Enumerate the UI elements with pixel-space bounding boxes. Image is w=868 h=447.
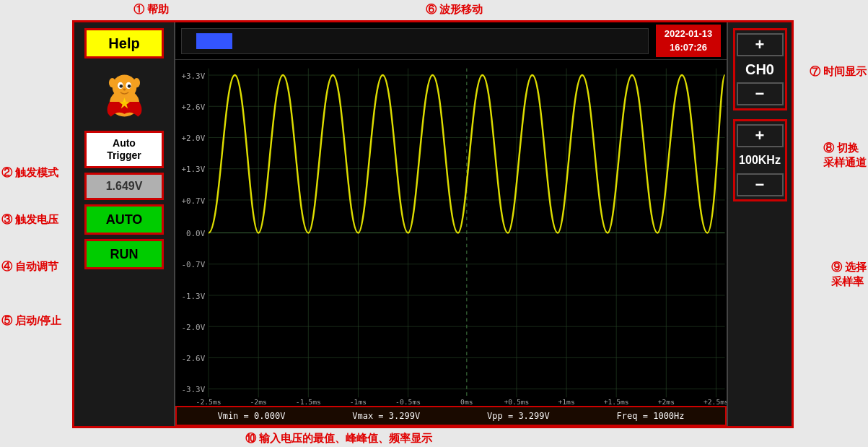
stat-vpp: Vpp = 3.299V — [487, 411, 550, 421]
left-panel: Help — [74, 22, 175, 426]
stat-vmin: Vmin = 0.000V — [217, 411, 285, 421]
svg-text:-1.3V: -1.3V — [181, 292, 205, 301]
mascot-image — [95, 66, 153, 123]
annotation-channel: ⑧ 切换 采样通道 — [823, 141, 867, 169]
svg-text:+2.6V: +2.6V — [181, 103, 205, 112]
svg-text:+0.5ms: +0.5ms — [504, 398, 529, 406]
svg-point-4 — [119, 84, 123, 87]
svg-point-6 — [123, 88, 126, 90]
right-panel: + CH0 − + 100KHz − — [727, 22, 792, 426]
help-button[interactable]: Help — [84, 28, 164, 58]
annotation-time: ⑦ 时间显示 — [810, 65, 867, 79]
scope-area: 2022-01-13 16:07:26 — [175, 22, 727, 426]
instrument-panel: Help — [72, 20, 794, 428]
annotation-bottom: ⑩ 输入电压的最值、峰峰值、频率显示 — [245, 432, 432, 446]
main-container: ① 帮助 ⑥ 波形移动 ⑦ 时间显示 ② 触发模式 ③ 触发电压 ④ 自动调节 … — [0, 0, 868, 447]
time-text: 16:07:26 — [662, 41, 715, 54]
annotation-sample: ⑨ 选择 采样率 — [831, 260, 867, 288]
annotation-auto: ④ 自动调节 — [1, 260, 58, 274]
svg-text:+2.5ms: +2.5ms — [703, 398, 727, 406]
svg-text:-0.5ms: -0.5ms — [395, 398, 421, 406]
annotation-wave: ⑥ 波形移动 — [426, 3, 483, 17]
annotation-help: ① 帮助 — [133, 3, 169, 17]
auto-button[interactable]: AUTO — [84, 204, 164, 235]
mascot-svg — [97, 68, 152, 122]
svg-text:-2.0V: -2.0V — [181, 323, 205, 332]
scope-stats-bar: Vmin = 0.000V Vmax = 3.299V Vpp = 3.299V… — [175, 406, 727, 426]
waveform-position-bar[interactable] — [181, 28, 649, 54]
svg-text:+2ms: +2ms — [658, 398, 675, 406]
channel-section: + CH0 − — [733, 28, 787, 110]
sample-section: + 100KHz − — [733, 119, 787, 201]
svg-point-5 — [127, 84, 131, 87]
scope-top-bar: 2022-01-13 16:07:26 — [175, 22, 727, 60]
svg-text:+3.3V: +3.3V — [181, 71, 205, 81]
datetime-display: 2022-01-13 16:07:26 — [656, 25, 721, 56]
svg-text:-2.6V: -2.6V — [181, 354, 205, 363]
date-text: 2022-01-13 — [662, 27, 715, 40]
svg-text:+2.0V: +2.0V — [181, 134, 205, 143]
svg-text:0ms: 0ms — [460, 398, 473, 406]
stat-vmax: Vmax = 3.299V — [352, 411, 420, 421]
svg-text:0.0V: 0.0V — [186, 229, 206, 238]
svg-point-1 — [112, 74, 136, 99]
position-indicator — [196, 33, 232, 49]
svg-text:+1.3V: +1.3V — [181, 165, 205, 175]
svg-text:+0.7V: +0.7V — [181, 196, 205, 206]
svg-text:-1ms: -1ms — [350, 398, 367, 406]
channel-label: CH0 — [745, 58, 774, 81]
sample-rate-label: 100KHz — [739, 149, 781, 172]
svg-text:-1.5ms: -1.5ms — [296, 398, 321, 406]
annotation-start-stop: ⑤ 启动/停止 — [1, 314, 61, 328]
stat-freq: Freq = 1000Hz — [617, 411, 685, 421]
sample-plus-button[interactable]: + — [737, 124, 784, 147]
run-button[interactable]: RUN — [84, 239, 164, 269]
channel-minus-button[interactable]: − — [737, 82, 784, 105]
svg-point-7 — [108, 78, 115, 87]
annotation-trigger-volt: ③ 触发电压 — [1, 213, 58, 227]
svg-text:-3.3V: -3.3V — [181, 385, 205, 394]
svg-text:-2ms: -2ms — [250, 398, 267, 406]
annotation-trigger-mode: ② 触发模式 — [1, 166, 58, 180]
sample-minus-button[interactable]: − — [737, 173, 784, 196]
svg-point-8 — [133, 78, 139, 87]
channel-plus-button[interactable]: + — [737, 33, 784, 56]
svg-text:-0.7V: -0.7V — [181, 261, 205, 270]
svg-text:-2.5ms: -2.5ms — [196, 398, 222, 406]
svg-text:+1ms: +1ms — [558, 398, 574, 406]
trigger-mode-button[interactable]: Auto Trigger — [84, 131, 164, 168]
scope-svg: +3.3V +2.6V +2.0V +1.3V +0.7V 0.0V -0.7V… — [175, 60, 727, 406]
trigger-voltage-display: 1.649V — [84, 173, 164, 200]
svg-text:+1.5ms: +1.5ms — [604, 398, 629, 406]
scope-grid: +3.3V +2.6V +2.0V +1.3V +0.7V 0.0V -0.7V… — [175, 60, 727, 406]
